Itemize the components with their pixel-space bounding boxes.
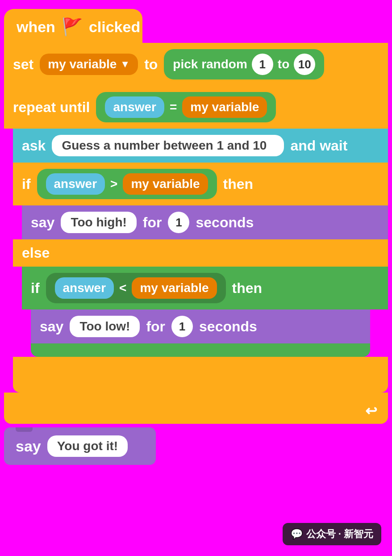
if-label-inner: if bbox=[31, 280, 40, 297]
watermark-icon: 💬 bbox=[291, 528, 303, 540]
seconds-label-low: seconds bbox=[199, 318, 257, 335]
say-high-message[interactable]: Too high! bbox=[61, 212, 136, 233]
repeat-until-label: repeat until bbox=[13, 99, 90, 116]
set-variable-block[interactable]: set my variable ▼ to pick random 1 to 10 bbox=[4, 43, 388, 86]
flag-icon: 🚩 bbox=[62, 17, 83, 37]
answer-pill-outer: answer bbox=[46, 173, 105, 195]
operator-outer: > bbox=[110, 177, 117, 191]
to-label: to bbox=[144, 56, 158, 73]
then-label-outer: then bbox=[223, 176, 254, 192]
dropdown-chevron[interactable]: ▼ bbox=[120, 59, 130, 70]
question-input[interactable]: Guess a number between 1 and 10 bbox=[52, 135, 284, 156]
seconds-label-high: seconds bbox=[196, 214, 254, 231]
repeat-close: ↩ bbox=[4, 393, 388, 424]
repeat-condition-pill: answer = my variable bbox=[96, 92, 276, 122]
to-value[interactable]: 10 bbox=[294, 54, 315, 75]
answer-pill-repeat: answer bbox=[105, 96, 164, 118]
scratch-program: when 🚩 clicked set my variable ▼ to pick… bbox=[4, 9, 388, 465]
ask-label: ask bbox=[22, 138, 46, 154]
say-high-seconds-value[interactable]: 1 bbox=[168, 212, 189, 233]
set-label: set bbox=[13, 56, 33, 73]
watermark-text: 公众号 · 新智元 bbox=[306, 527, 373, 541]
pick-random-label: pick random bbox=[173, 57, 247, 71]
say-low-block[interactable]: say Too low! for 1 seconds bbox=[31, 309, 370, 343]
if-condition-inner: answer < my variable bbox=[46, 273, 226, 303]
my-variable-pill-outer: my variable bbox=[123, 173, 208, 195]
else-block: else bbox=[13, 239, 388, 267]
when-label: when bbox=[17, 18, 55, 36]
say-label-final: say bbox=[16, 438, 41, 455]
answer-pill-inner: answer bbox=[55, 277, 114, 299]
if-condition-outer: answer > my variable bbox=[37, 169, 217, 199]
ask-block[interactable]: ask Guess a number between 1 and 10 and … bbox=[13, 129, 388, 163]
variable-label: my variable bbox=[48, 57, 117, 71]
say-label-high: say bbox=[31, 214, 54, 231]
say-low-seconds-value[interactable]: 1 bbox=[171, 316, 193, 337]
equals-operator: = bbox=[170, 100, 177, 114]
to-label-2: to bbox=[278, 57, 289, 71]
for-label-low: for bbox=[146, 318, 165, 335]
if-outer-header[interactable]: if answer > my variable then bbox=[13, 163, 388, 205]
if-label-outer: if bbox=[22, 176, 31, 192]
say-final-message[interactable]: You got it! bbox=[47, 435, 128, 457]
watermark: 💬 公众号 · 新智元 bbox=[283, 523, 381, 545]
repeat-until-block[interactable]: repeat until answer = my variable bbox=[4, 86, 388, 129]
pick-random-pill[interactable]: pick random 1 to 10 bbox=[164, 49, 324, 79]
else-label: else bbox=[22, 245, 50, 261]
then-label-inner: then bbox=[232, 280, 263, 297]
if-inner-header[interactable]: if answer < my variable then bbox=[22, 267, 388, 309]
say-final-block[interactable]: say You got it! bbox=[4, 427, 156, 465]
variable-pill-repeat: my variable bbox=[182, 96, 267, 118]
and-wait-label: and wait bbox=[290, 138, 347, 154]
when-clicked-block[interactable]: when 🚩 clicked bbox=[4, 9, 142, 43]
operator-inner: < bbox=[119, 281, 126, 295]
from-value[interactable]: 1 bbox=[252, 54, 273, 75]
variable-pill[interactable]: my variable ▼ bbox=[40, 54, 138, 75]
inner-if-close bbox=[31, 343, 370, 357]
clicked-label: clicked bbox=[89, 18, 140, 36]
say-low-message[interactable]: Too low! bbox=[70, 316, 140, 337]
repeat-arrow-icon: ↩ bbox=[365, 402, 377, 419]
say-high-block[interactable]: say Too high! for 1 seconds bbox=[22, 205, 388, 239]
else-close bbox=[13, 357, 388, 393]
for-label-high: for bbox=[143, 214, 162, 231]
say-label-low: say bbox=[40, 318, 63, 335]
my-variable-pill-inner: my variable bbox=[132, 277, 217, 299]
